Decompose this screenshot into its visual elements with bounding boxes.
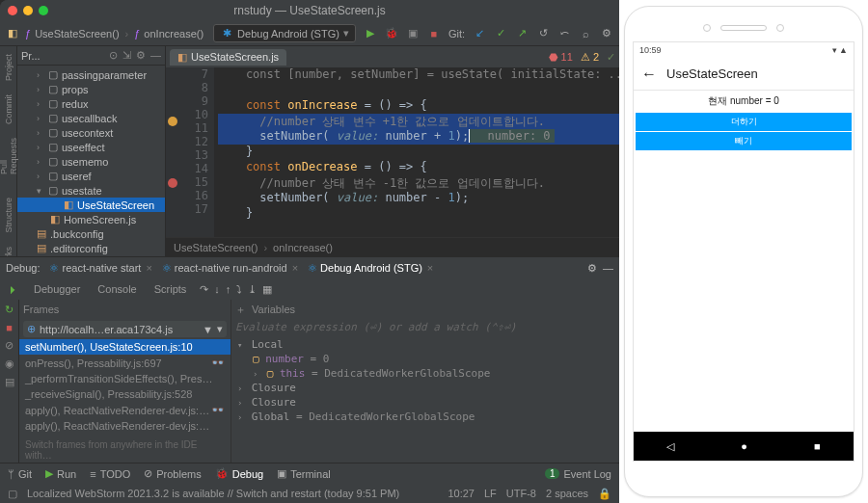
breadcrumb-item[interactable]: UseStateScreen() bbox=[174, 242, 258, 253]
tree-folder[interactable]: ›▢useref bbox=[17, 169, 165, 183]
decrement-button[interactable]: 빼기 bbox=[636, 132, 852, 150]
tree-file[interactable]: ▤.buckconfig bbox=[17, 226, 165, 241]
tree-file[interactable]: ◧HomeScreen.js bbox=[17, 212, 165, 226]
tree-folder[interactable]: ›▢useeffect bbox=[17, 140, 165, 154]
push-icon[interactable]: ↗ bbox=[515, 27, 529, 40]
editor-tab[interactable]: ◧ UseStateScreen.js bbox=[170, 49, 286, 66]
inspect-pass-icon[interactable]: ✓ bbox=[607, 51, 615, 64]
sidebar-tab-commit[interactable]: Commit bbox=[4, 93, 14, 126]
tree-folder[interactable]: ›▢usecallback bbox=[17, 111, 165, 125]
close-icon[interactable] bbox=[8, 6, 17, 15]
layout-icon[interactable]: ▤ bbox=[5, 376, 14, 388]
run-to-cursor-icon[interactable]: ⤓ bbox=[248, 283, 257, 296]
code-editor[interactable]: 789 101112 131415 1617 const [number, se… bbox=[166, 67, 619, 237]
add-watch-icon[interactable]: ＋ bbox=[235, 303, 246, 317]
zoom-icon[interactable] bbox=[39, 6, 48, 15]
breadcrumb-item[interactable]: onIncrease() bbox=[273, 242, 333, 253]
lock-icon[interactable]: 🔒 bbox=[598, 488, 611, 500]
tree-folder[interactable]: ▾▢usestate bbox=[17, 183, 165, 198]
event-log[interactable]: 1 Event Log bbox=[545, 468, 611, 480]
thread-selector[interactable]: ⊕ http://localh…er.aca173c4.js ▼ ▾ bbox=[23, 321, 227, 337]
expand-icon[interactable]: ⇲ bbox=[122, 49, 131, 62]
rerun-icon[interactable]: ↻ bbox=[5, 304, 14, 316]
history-icon[interactable]: ↺ bbox=[536, 27, 550, 40]
tree-file-selected[interactable]: ◧UseStateScreen bbox=[17, 198, 165, 212]
tab-git[interactable]: ᛘGit bbox=[8, 468, 32, 480]
step-icon[interactable]: ⤵ bbox=[236, 283, 242, 295]
stack-frame[interactable]: setNumber(), UseStateScreen.js:10 bbox=[19, 339, 231, 355]
coverage-icon[interactable]: ▣ bbox=[406, 27, 420, 40]
breakpoint-icon[interactable] bbox=[168, 178, 177, 188]
search-icon[interactable]: ⌕ bbox=[579, 28, 592, 40]
breadcrumb-fn1[interactable]: UseStateScreen() bbox=[35, 28, 119, 40]
sidebar-tab-bookmarks[interactable]: Bookmarks bbox=[4, 245, 14, 256]
variables-tree[interactable]: ▾ Local ▢ number = 0 › ▢ this = Dedicate… bbox=[231, 335, 619, 426]
tree-folder[interactable]: ›▢usememo bbox=[17, 154, 165, 169]
mute-bp-icon[interactable]: ⊘ bbox=[5, 339, 14, 352]
stop-icon[interactable]: ■ bbox=[427, 28, 441, 40]
indent[interactable]: 2 spaces bbox=[546, 488, 588, 500]
run-tab[interactable]: ⚛react-native start× bbox=[49, 262, 151, 275]
close-icon[interactable]: × bbox=[146, 262, 151, 274]
back-arrow-icon[interactable]: ← bbox=[641, 66, 657, 83]
sidebar-tab-structure[interactable]: Structure bbox=[4, 196, 14, 235]
code-lines[interactable]: const [number, setNumber] = useState( in… bbox=[214, 67, 619, 237]
step-into-icon[interactable]: ↓ bbox=[214, 283, 220, 295]
minimize-icon[interactable] bbox=[23, 6, 33, 15]
filter-icon[interactable]: ▼ bbox=[203, 324, 213, 335]
step-out-icon[interactable]: ↑ bbox=[226, 283, 231, 295]
stack-frame[interactable]: apply(), ReactNativeRenderer-dev.js:…👓 bbox=[19, 402, 231, 418]
hide-icon[interactable]: — bbox=[603, 262, 613, 275]
gear-icon[interactable]: ⚙ bbox=[587, 262, 597, 275]
breakpoint-gutter[interactable] bbox=[166, 67, 179, 237]
status-message[interactable]: Localized WebStorm 2021.3.2 is available… bbox=[27, 488, 399, 499]
revert-icon[interactable]: ⤺ bbox=[557, 27, 571, 40]
evaluate-input[interactable]: Evaluate expression (⏎) or add a watch (… bbox=[235, 321, 615, 333]
tree-folder[interactable]: ›▢passingparameter bbox=[17, 67, 165, 82]
nav-back-icon[interactable]: ◁ bbox=[666, 440, 674, 453]
close-icon[interactable]: × bbox=[292, 262, 298, 274]
subtab-scripts[interactable]: Scripts bbox=[147, 281, 195, 297]
tab-debug[interactable]: 🐞Debug bbox=[215, 467, 263, 480]
stop-icon[interactable]: ■ bbox=[6, 322, 13, 333]
sidebar-tab-pull-requests[interactable]: Pull Requests bbox=[0, 136, 18, 176]
tree-file[interactable]: ▤.editorconfig bbox=[17, 241, 165, 255]
pull-icon[interactable]: ↙ bbox=[473, 27, 486, 40]
commit-icon[interactable]: ✓ bbox=[494, 27, 507, 40]
locate-icon[interactable]: ⊙ bbox=[109, 49, 118, 62]
run-tab[interactable]: ⚛react-native run-android× bbox=[162, 262, 298, 275]
tree-folder[interactable]: ›▢usecontext bbox=[17, 125, 165, 140]
stack-frame[interactable]: apply(), ReactNativeRenderer-dev.js:… bbox=[19, 418, 231, 434]
debug-icon[interactable]: 🐞 bbox=[385, 27, 398, 40]
close-icon[interactable]: × bbox=[427, 262, 433, 274]
evaluate-icon[interactable]: ▦ bbox=[262, 283, 272, 296]
nav-home-icon[interactable]: ● bbox=[741, 440, 747, 452]
breadcrumb-fn2[interactable]: onIncrease() bbox=[144, 28, 203, 40]
error-indicator[interactable]: ⬣ 11 bbox=[549, 51, 573, 64]
tree-folder[interactable]: ›▢props bbox=[17, 82, 165, 96]
settings-icon[interactable]: ⚙ bbox=[600, 27, 613, 40]
tree-folder[interactable]: ›▢redux bbox=[17, 96, 165, 111]
sidebar-tab-project[interactable]: Project bbox=[4, 52, 14, 83]
step-over-icon[interactable]: ↷ bbox=[200, 283, 208, 296]
run-icon[interactable]: ▶ bbox=[364, 27, 377, 40]
tab-problems[interactable]: ⊘Problems bbox=[144, 467, 201, 480]
caret-position[interactable]: 10:27 bbox=[448, 488, 475, 500]
stack-frame[interactable]: _performTransitionSideEffects(), Pres… bbox=[19, 371, 231, 386]
nav-recent-icon[interactable]: ■ bbox=[814, 440, 821, 452]
tab-run[interactable]: ▶Run bbox=[45, 467, 76, 480]
subtab-console[interactable]: Console bbox=[90, 281, 144, 297]
run-config-selector[interactable]: ✱ Debug Android (STG) ▾ bbox=[213, 24, 356, 42]
run-tab-active[interactable]: ⚛Debug Android (STG)× bbox=[308, 262, 433, 275]
warning-indicator[interactable]: ⚠ 2 bbox=[581, 51, 599, 64]
increment-button[interactable]: 더하기 bbox=[636, 113, 852, 131]
breakpoint-muted-icon[interactable] bbox=[168, 117, 177, 126]
tab-todo[interactable]: ≡TODO bbox=[90, 468, 130, 480]
resume-icon[interactable]: ⏵ bbox=[8, 283, 18, 295]
view-bp-icon[interactable]: ◉ bbox=[5, 357, 14, 370]
gear-icon[interactable]: ⚙ bbox=[136, 49, 146, 62]
stack-frame[interactable]: onPress(), Pressability.js:697👓 bbox=[19, 355, 231, 371]
hide-icon[interactable]: — bbox=[150, 49, 161, 62]
stack-frame[interactable]: _receiveSignal(), Pressability.js:528 bbox=[19, 386, 231, 402]
status-ide-icon[interactable]: ▢ bbox=[8, 488, 17, 500]
